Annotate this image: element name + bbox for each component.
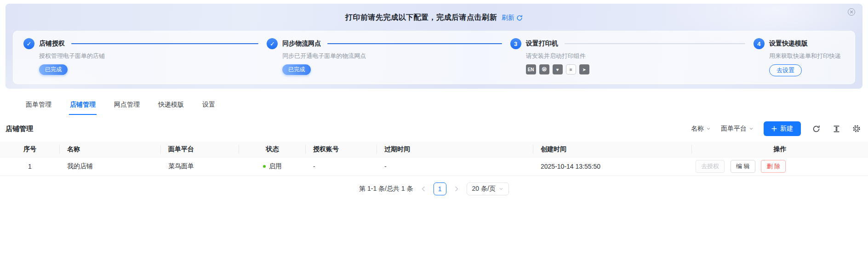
- status-label: 启用: [269, 162, 282, 170]
- close-icon[interactable]: ✕: [848, 8, 855, 16]
- main-tabs: 面单管理 店铺管理 网点管理 快递模版 设置: [0, 89, 868, 115]
- step-connector: [565, 43, 745, 44]
- filter-platform-dropdown[interactable]: 面单平台: [721, 125, 754, 133]
- tab-outlet-management[interactable]: 网点管理: [113, 97, 141, 115]
- create-button[interactable]: 新建: [764, 121, 801, 136]
- step-number: 4: [754, 38, 765, 49]
- step-title: 设置打印机: [526, 40, 558, 48]
- filter-name-label: 名称: [691, 125, 704, 133]
- banner-refresh-link[interactable]: 刷新: [502, 14, 523, 22]
- refresh-icon: [516, 15, 523, 21]
- printer-component-icon: ≡: [566, 64, 576, 74]
- printer-component-icons: EN Ⓦ ♥ ≡ ➤: [526, 64, 754, 74]
- cell-auth-account: -: [306, 157, 377, 176]
- page-number-button[interactable]: 1: [434, 182, 446, 195]
- page-title: 店铺管理: [6, 125, 33, 133]
- step-sync-outlets: ✓ 同步物流网点 同步已开通电子面单的物流网点 已完成: [267, 38, 510, 76]
- prev-page-icon[interactable]: [418, 183, 429, 194]
- status-dot: [263, 165, 266, 168]
- step-title: 店铺授权: [39, 40, 65, 48]
- column-header-auth-account: 授权账号: [306, 142, 377, 157]
- cell-status: 启用: [239, 157, 306, 176]
- cell-seq: 1: [0, 157, 60, 176]
- step-description: 授权管理电子面单的店铺: [39, 52, 267, 60]
- check-icon: ✓: [267, 38, 278, 49]
- delete-button[interactable]: 删 除: [761, 160, 786, 173]
- table-header-row: 序号 名称 面单平台 状态 授权账号 过期时间 创建时间 操作: [0, 142, 868, 157]
- setup-steps: ✓ 店铺授权 授权管理电子面单的店铺 已完成 ✓ 同步物流网点 同步已开通电子面…: [13, 31, 855, 84]
- edit-button[interactable]: 编 辑: [731, 160, 755, 173]
- step-title: 同步物流网点: [282, 40, 321, 48]
- step-shop-auth: ✓ 店铺授权 授权管理电子面单的店铺 已完成: [23, 38, 267, 76]
- step-setup-template: 4 设置快递模版 用来获取快递单和打印快递 去设置: [754, 38, 845, 76]
- step-title: 设置快递模版: [769, 40, 808, 48]
- printer-component-icon: ♥: [553, 64, 563, 74]
- column-header-platform: 面单平台: [161, 142, 239, 157]
- pagination: 第 1-1 条/总共 1 条 1 20 条/页: [0, 182, 868, 195]
- status-badge: 已完成: [39, 64, 68, 75]
- shops-table: 序号 名称 面单平台 状态 授权账号 过期时间 创建时间 操作 1 我的店铺 菜…: [0, 142, 868, 176]
- tab-settings[interactable]: 设置: [201, 97, 216, 115]
- chevron-down-icon: [499, 187, 503, 191]
- step-connector: [71, 43, 258, 44]
- tab-waybill-management[interactable]: 面单管理: [25, 97, 52, 115]
- page-header: 店铺管理 名称 面单平台 新建: [0, 115, 868, 142]
- create-button-label: 新建: [780, 125, 793, 133]
- gear-icon[interactable]: [851, 124, 862, 134]
- column-header-seq: 序号: [0, 142, 60, 157]
- cell-expire-time: -: [377, 157, 533, 176]
- page-size-value: 20 条/页: [472, 185, 496, 193]
- config-banner: 打印前请先完成以下配置，完成后请点击刷新 刷新 ✕ ✓ 店铺授权 授权管理电子面…: [6, 4, 862, 89]
- column-header-actions: 操作: [692, 142, 868, 157]
- step-number: 3: [510, 38, 521, 49]
- deauthorize-button[interactable]: 去授权: [696, 160, 725, 173]
- step-connector: [327, 43, 502, 44]
- table-row: 1 我的店铺 菜鸟面单 启用 - - 2025-10-14 13:55:50 去…: [0, 157, 868, 176]
- filter-platform-label: 面单平台: [721, 125, 747, 133]
- cell-created-time: 2025-10-14 13:55:50: [533, 157, 692, 176]
- status-badge: 已完成: [282, 64, 311, 75]
- column-header-created-time: 创建时间: [533, 142, 692, 157]
- chevron-down-icon: [706, 126, 711, 131]
- step-setup-printer: 3 设置打印机 请安装并启动打印组件 EN Ⓦ ♥ ≡ ➤: [510, 38, 754, 76]
- go-setup-button[interactable]: 去设置: [769, 64, 802, 76]
- plus-icon: [771, 126, 777, 131]
- column-header-status: 状态: [239, 142, 306, 157]
- column-header-name: 名称: [60, 142, 161, 157]
- tab-express-template[interactable]: 快递模版: [157, 97, 185, 115]
- printer-component-icon: ➤: [579, 64, 589, 74]
- banner-title: 打印前请先完成以下配置，完成后请点击刷新: [345, 13, 497, 23]
- step-description: 同步已开通电子面单的物流网点: [282, 52, 510, 60]
- tab-shop-management[interactable]: 店铺管理: [69, 97, 97, 115]
- filter-name-dropdown[interactable]: 名称: [691, 125, 711, 133]
- column-header-expire-time: 过期时间: [377, 142, 533, 157]
- chevron-down-icon: [749, 126, 754, 131]
- check-icon: ✓: [23, 38, 34, 49]
- banner-refresh-label: 刷新: [502, 14, 514, 22]
- row-height-icon[interactable]: [831, 124, 841, 134]
- next-page-icon[interactable]: [451, 183, 462, 194]
- cell-platform: 菜鸟面单: [161, 157, 239, 176]
- printer-component-icon: Ⓦ: [539, 64, 549, 74]
- pagination-summary: 第 1-1 条/总共 1 条: [359, 185, 413, 193]
- printer-component-icon: EN: [526, 64, 536, 74]
- cell-name: 我的店铺: [60, 157, 161, 176]
- refresh-icon[interactable]: [811, 124, 821, 134]
- step-description: 请安装并启动打印组件: [526, 52, 754, 60]
- toolbar: 名称 面单平台 新建: [691, 121, 862, 136]
- step-description: 用来获取快递单和打印快递: [769, 52, 845, 60]
- page-size-select[interactable]: 20 条/页: [467, 182, 509, 195]
- cell-actions: 去授权 编 辑 删 除: [692, 157, 868, 176]
